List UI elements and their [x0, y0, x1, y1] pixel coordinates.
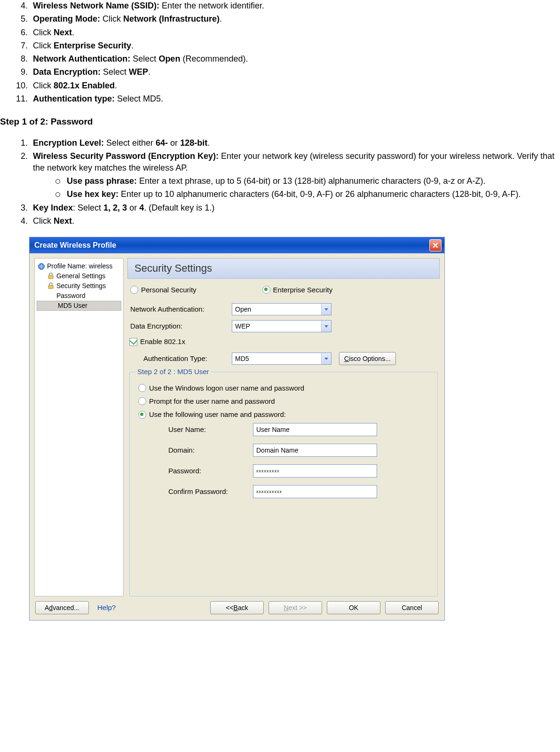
- step-7: Click Enterprise Security.: [30, 40, 556, 51]
- button-bar: Advanced... Help? << Back Next >> OK Can…: [30, 596, 444, 620]
- help-link[interactable]: Help?: [97, 603, 116, 612]
- chevron-down-icon: [321, 321, 331, 332]
- confirm-password-input[interactable]: xxxxxxxxxx: [253, 485, 377, 498]
- network-auth-combo[interactable]: Open: [232, 303, 331, 315]
- svg-rect-1: [48, 275, 53, 279]
- password-label: Password:: [168, 466, 253, 476]
- tree-label: Security Settings: [56, 282, 106, 290]
- tree-profile-name[interactable]: Profile Name: wireless: [36, 261, 122, 271]
- enable-8021x-checkbox[interactable]: Enable 802.1x: [129, 337, 440, 346]
- combo-value: MD5: [235, 354, 249, 363]
- tree-label: MD5 User: [58, 301, 87, 310]
- ok-button[interactable]: OK: [327, 601, 380, 614]
- network-auth-label: Network Authentication:: [130, 305, 232, 314]
- step2-legend: Step 2 of 2 : MD5 User: [135, 367, 211, 376]
- pwstep-2: Wireless Security Password (Encryption K…: [30, 150, 556, 200]
- checkbox-label: Enable 802.1x: [140, 337, 185, 346]
- opt-prompt-radio[interactable]: Prompt for the user name and password: [138, 397, 432, 406]
- user-name-label: User Name:: [168, 425, 253, 434]
- pwstep-1: Encryption Level: Select either 64- or 1…: [30, 137, 556, 149]
- auth-type-label: Authentication Type:: [143, 354, 232, 363]
- enterprise-security-radio[interactable]: Enterprise Security: [262, 285, 333, 295]
- input-value: xxxxxxxxxx: [256, 489, 282, 494]
- step-8: Network Authentication: Select Open (Rec…: [30, 53, 556, 64]
- radio-icon: [138, 397, 146, 405]
- pwstep-2a: Use pass phrase: Enter a text phrase, up…: [54, 175, 556, 187]
- close-button[interactable]: [429, 239, 442, 251]
- pwstep-2b: Use hex key: Enter up to 10 alphanumeric…: [54, 188, 556, 200]
- instructions-bottom: Encryption Level: Select either 64- or 1…: [0, 137, 556, 227]
- radio-icon: [138, 384, 146, 392]
- tree-md5-user[interactable]: MD5 User: [37, 301, 121, 311]
- step-6: Click Next.: [30, 27, 556, 38]
- combo-value: WEP: [235, 322, 250, 331]
- dialog-title: Create Wireless Profile: [34, 240, 429, 251]
- step2-fieldset: Step 2 of 2 : MD5 User Use the Windows l…: [129, 367, 438, 596]
- tree-label: Profile Name: wireless: [47, 262, 112, 271]
- step-heading: Step 1 of 2: Password: [0, 116, 556, 128]
- pwstep-4: Click Next.: [30, 215, 556, 227]
- confirm-password-label: Confirm Password:: [168, 487, 253, 496]
- radio-label: Use the following user name and password…: [149, 410, 286, 419]
- pwstep-3: Key Index: Select 1, 2, 3 or 4. (Default…: [30, 202, 556, 213]
- chevron-down-icon: [321, 304, 331, 315]
- tree-label: Password: [56, 291, 85, 300]
- chevron-down-icon: [321, 353, 331, 364]
- lock-icon: [47, 272, 55, 280]
- profile-tree: Profile Name: wireless General Settings …: [34, 258, 124, 596]
- instructions-top: Wireless Network Name (SSID): Enter the …: [0, 0, 556, 104]
- tree-label: General Settings: [56, 272, 105, 281]
- step-4: Wireless Network Name (SSID): Enter the …: [30, 0, 556, 11]
- data-encryption-combo[interactable]: WEP: [232, 320, 331, 332]
- password-input[interactable]: xxxxxxxxx: [253, 464, 377, 478]
- titlebar: Create Wireless Profile: [30, 237, 444, 253]
- back-button[interactable]: << Back: [210, 601, 264, 614]
- cancel-button[interactable]: Cancel: [385, 601, 439, 614]
- checkbox-icon: [129, 338, 137, 346]
- data-encryption-label: Data Encryption:: [130, 321, 232, 331]
- tree-general-settings[interactable]: General Settings: [36, 271, 122, 281]
- panel-title: Security Settings: [127, 258, 440, 279]
- radio-label: Personal Security: [141, 285, 197, 295]
- step-5: Operating Mode: Click Network (Infrastru…: [30, 13, 556, 24]
- radio-icon: [130, 286, 138, 294]
- pwstep-2-sub: Use pass phrase: Enter a text phrase, up…: [33, 175, 556, 200]
- radio-icon: [138, 411, 146, 419]
- tree-password[interactable]: Password: [36, 291, 122, 301]
- combo-value: Open: [235, 305, 251, 314]
- domain-input[interactable]: Domain Name: [253, 444, 377, 457]
- create-wireless-profile-dialog: Create Wireless Profile Profile Name: wi…: [29, 237, 445, 620]
- auth-type-combo[interactable]: MD5: [232, 352, 331, 365]
- opt-windows-logon-radio[interactable]: Use the Windows logon user name and pass…: [138, 384, 432, 393]
- opt-following-radio[interactable]: Use the following user name and password…: [138, 410, 432, 419]
- radio-label: Use the Windows logon user name and pass…: [149, 384, 304, 393]
- globe-icon: [38, 263, 45, 270]
- next-button[interactable]: Next >>: [268, 601, 322, 614]
- input-value: User Name: [256, 425, 290, 434]
- step-9: Data Encryption: Select WEP.: [30, 66, 556, 78]
- input-value: Domain Name: [256, 446, 298, 455]
- personal-security-radio[interactable]: Personal Security: [130, 285, 197, 295]
- tree-security-settings[interactable]: Security Settings: [36, 281, 122, 291]
- close-icon: [433, 243, 438, 248]
- step-10: Click 802.1x Enabled.: [30, 80, 556, 91]
- cisco-options-button[interactable]: Cisco Options...: [339, 352, 396, 365]
- domain-label: Domain:: [168, 446, 253, 455]
- radio-label: Prompt for the user name and password: [149, 397, 275, 406]
- radio-icon: [262, 286, 270, 294]
- user-name-input[interactable]: User Name: [253, 423, 377, 436]
- input-value: xxxxxxxxx: [256, 468, 280, 474]
- radio-label: Enterprise Security: [273, 285, 333, 295]
- step-11: Authentication type: Select MD5.: [30, 93, 556, 104]
- svg-rect-2: [48, 285, 53, 289]
- lock-icon: [47, 282, 55, 290]
- advanced-button[interactable]: Advanced...: [35, 601, 89, 614]
